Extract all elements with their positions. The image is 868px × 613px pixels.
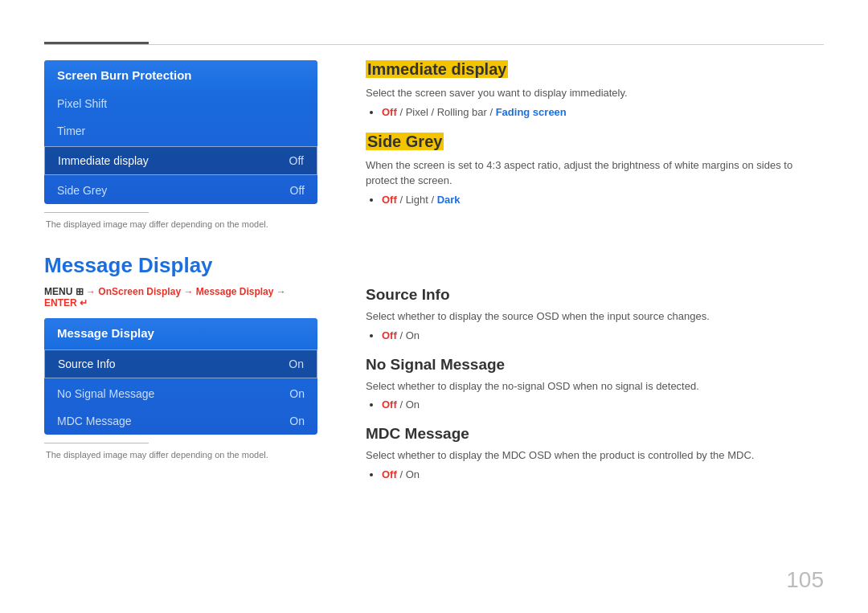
crumb-icon: ⊞	[76, 286, 84, 297]
mdc-message-title: MDC Message	[366, 425, 824, 443]
menu-item-immediate-display[interactable]: Immediate display Off	[44, 146, 317, 175]
menu-item-label: Side Grey	[57, 184, 107, 197]
panel-header: Screen Burn Protection	[44, 60, 317, 90]
no-signal-title: No Signal Message	[366, 356, 824, 374]
screen-burn-panel-col: Screen Burn Protection Pixel Shift Timer…	[44, 60, 317, 229]
upper-section: Screen Burn Protection Pixel Shift Timer…	[44, 60, 824, 229]
screen-burn-panel: Screen Burn Protection Pixel Shift Timer…	[44, 60, 317, 204]
note-text: The displayed image may differ depending…	[44, 219, 317, 229]
note-divider	[44, 212, 149, 213]
bottom-layout: MENU ⊞ → OnScreen Display → Message Disp…	[44, 286, 824, 495]
note-divider-2	[44, 443, 149, 443]
side-grey-section: Side Grey When the screen is set to 4:3 …	[366, 133, 824, 206]
menu-item-side-grey[interactable]: Side Grey Off	[44, 177, 317, 204]
message-display-panel: Message Display Source Info On No Signal…	[44, 318, 317, 435]
menu-item-label: Immediate display	[58, 154, 149, 167]
menu-item-label: Source Info	[58, 358, 116, 370]
page-number: 105	[786, 567, 824, 593]
menu-item-value: On	[289, 387, 305, 400]
menu-item-value: On	[289, 358, 304, 370]
menu-item-timer[interactable]: Timer	[44, 117, 317, 145]
message-display-section: Message Display MENU ⊞ → OnScreen Displa…	[44, 253, 824, 495]
source-info-title: Source Info	[366, 286, 824, 304]
message-display-left: MENU ⊞ → OnScreen Display → Message Disp…	[44, 286, 317, 495]
menu-item-value: Off	[290, 184, 305, 197]
screen-burn-descriptions: Immediate display Select the screen save…	[366, 60, 824, 229]
side-grey-desc: When the screen is set to 4:3 aspect rat…	[366, 157, 824, 189]
menu-item-mdc-message[interactable]: MDC Message On	[44, 407, 317, 435]
no-signal-options: Off / On	[366, 398, 824, 411]
message-display-right: Source Info Select whether to display th…	[366, 286, 824, 495]
opt-off: Off	[382, 106, 397, 118]
top-divider	[44, 44, 824, 45]
source-info-desc: Select whether to display the source OSD…	[366, 309, 824, 325]
source-info-section: Source Info Select whether to display th…	[366, 286, 824, 341]
immediate-display-section: Immediate display Select the screen save…	[366, 60, 824, 118]
crumb-onscreen: OnScreen Display	[98, 286, 181, 297]
note-text-2: The displayed image may differ depending…	[44, 450, 317, 460]
menu-item-label: No Signal Message	[57, 387, 154, 400]
crumb-arrow1: →	[84, 286, 99, 297]
message-display-title: Message Display	[44, 253, 824, 278]
panel-header: Message Display	[44, 318, 317, 348]
source-info-options: Off / On	[366, 329, 824, 341]
breadcrumb: MENU ⊞ → OnScreen Display → Message Disp…	[44, 286, 317, 309]
crumb-msgdisplay: Message Display	[196, 286, 274, 297]
immediate-display-desc: Select the screen saver you want to disp…	[366, 85, 824, 101]
opt-highlight: Fading screen	[496, 106, 567, 118]
menu-item-label: MDC Message	[57, 415, 132, 427]
immediate-display-title: Immediate display	[366, 60, 508, 78]
crumb-menu: MENU	[44, 286, 76, 297]
menu-item-source-info[interactable]: Source Info On	[44, 349, 317, 378]
mdc-message-options: Off / On	[366, 468, 824, 480]
opt-highlight: Dark	[437, 194, 461, 206]
menu-item-no-signal[interactable]: No Signal Message On	[44, 380, 317, 407]
no-signal-section: No Signal Message Select whether to disp…	[366, 356, 824, 411]
mdc-message-desc: Select whether to display the MDC OSD wh…	[366, 447, 824, 464]
side-grey-title: Side Grey	[366, 133, 444, 150]
mdc-message-section: MDC Message Select whether to display th…	[366, 425, 824, 480]
immediate-display-options: Off / Pixel / Rolling bar / Fading scree…	[366, 106, 824, 118]
side-grey-options: Off / Light / Dark	[366, 194, 824, 206]
no-signal-desc: Select whether to display the no-signal …	[366, 378, 824, 394]
page-container: Screen Burn Protection Pixel Shift Timer…	[0, 0, 868, 613]
menu-item-value: Off	[289, 154, 304, 167]
menu-item-label: Timer	[57, 125, 85, 137]
menu-item-value: On	[289, 415, 305, 427]
opt-off: Off	[382, 194, 397, 206]
menu-item-pixel-shift[interactable]: Pixel Shift	[44, 90, 317, 117]
menu-item-label: Pixel Shift	[57, 97, 107, 110]
crumb-arrow2: →	[181, 286, 196, 297]
